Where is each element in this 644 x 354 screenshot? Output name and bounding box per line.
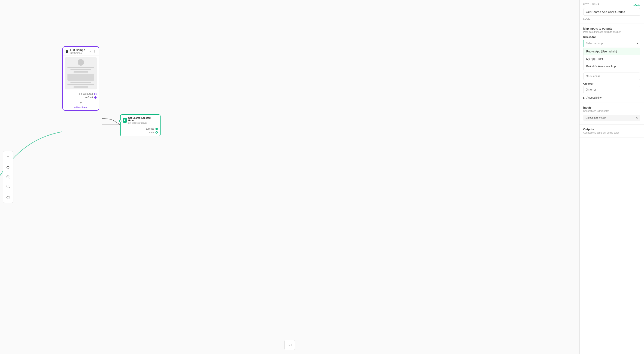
on-start-dot[interactable] xyxy=(94,96,96,99)
zoom-out-button[interactable] xyxy=(4,182,12,190)
svg-rect-9 xyxy=(288,344,291,346)
api-success-label: success xyxy=(146,128,154,130)
list-compo-node: 📱 List Compo List Compo ↗ ⋮ xyxy=(62,46,99,111)
api-success-port: success xyxy=(123,128,158,130)
canvas-area: + xyxy=(0,0,579,354)
mock-card-1 xyxy=(68,74,94,81)
select-app-wrapper: Select an app... Ruby's App (User admin)… xyxy=(583,40,640,47)
node-header-right: ↗ ⋮ xyxy=(88,50,96,54)
zoom-in-button[interactable] xyxy=(4,173,12,181)
on-success-input[interactable] xyxy=(583,72,640,80)
dropdown-option-kalindu[interactable]: Kalindu's Awesome App xyxy=(584,62,640,70)
phone-icon: 📱 xyxy=(65,50,68,53)
keyboard-button[interactable] xyxy=(286,341,293,349)
inputs-desc: Connections to this patch xyxy=(583,110,640,112)
expand-arrow-btn[interactable]: ∨ xyxy=(80,102,82,105)
refresh-button[interactable] xyxy=(4,194,12,201)
outputs-section: Outputs Connections going out of this pa… xyxy=(580,124,644,138)
node-menu-button[interactable]: ⋮ xyxy=(93,50,96,54)
accessibility-arrow-icon: ▶ xyxy=(583,96,585,99)
api-error-label: error xyxy=(149,131,154,134)
api-node-header: P Get Shared App User Grou... get child … xyxy=(120,115,160,126)
on-patch-load-label: onPatchLoad xyxy=(79,93,93,95)
on-start-label: onStart xyxy=(86,96,93,99)
patch-name-section: Patch Name +Data LOGIC xyxy=(580,0,644,24)
input-tag-list-compo: List Compo / view ✕ xyxy=(583,114,640,121)
on-patch-load-dot[interactable] xyxy=(94,93,96,95)
divider-2 xyxy=(4,192,12,192)
input-tag-label: List Compo / view xyxy=(586,116,606,119)
api-node: P Get Shared App User Grou... get child … xyxy=(120,114,160,136)
select-app-dropdown[interactable]: Select an app... Ruby's App (User admin)… xyxy=(583,40,640,47)
node-header-left: 📱 List Compo List Compo xyxy=(65,48,85,54)
search-button[interactable] xyxy=(4,164,12,172)
mock-avatar xyxy=(78,59,84,66)
svg-line-3 xyxy=(9,178,10,178)
api-error-port: error xyxy=(123,131,158,134)
api-success-dot[interactable] xyxy=(156,128,158,130)
dropdown-option-myapp[interactable]: My App - Test xyxy=(584,55,640,62)
api-subtitle: get child user groups xyxy=(128,122,154,124)
accessibility-label: Accessibility xyxy=(586,96,602,99)
map-inputs-desc: Pass data from one patch to another xyxy=(583,31,640,33)
api-error-dot[interactable] xyxy=(156,131,158,134)
map-inputs-heading: Map inputs to outputs xyxy=(583,27,640,30)
input-tag-close-button[interactable]: ✕ xyxy=(636,116,638,120)
on-patch-load-row: onPatchLoad xyxy=(65,93,96,95)
right-panel: Patch Name +Data LOGIC Map inputs to out… xyxy=(579,0,644,354)
accessibility-row[interactable]: ▶ Accessibility xyxy=(583,96,640,99)
mock-line-5 xyxy=(68,84,94,85)
bottom-toolbar xyxy=(284,340,295,350)
patch-name-label: Patch Name xyxy=(583,3,599,6)
patch-name-input[interactable] xyxy=(583,8,640,16)
divider-1 xyxy=(4,162,12,162)
svg-point-0 xyxy=(7,166,9,169)
patch-name-title-row: Patch Name +Data xyxy=(583,3,640,7)
outputs-title: Outputs xyxy=(583,128,640,131)
mock-line-2 xyxy=(70,69,91,70)
on-error-label: On error xyxy=(583,82,640,85)
node-expand-btn: ∨ xyxy=(63,101,99,105)
mock-line-4 xyxy=(70,82,91,83)
api-icon: P xyxy=(123,118,127,123)
api-menu-button[interactable]: ⋮ xyxy=(154,118,158,122)
api-title: Get Shared App User Grou... xyxy=(128,117,154,122)
svg-line-1 xyxy=(9,168,10,169)
node-expand-icon[interactable]: ↗ xyxy=(88,50,92,54)
mock-line-1 xyxy=(68,67,94,68)
data-link[interactable]: +Data xyxy=(633,4,640,7)
api-input-port[interactable] xyxy=(119,120,122,122)
inputs-section: Inputs Connections to this patch List Co… xyxy=(580,103,644,124)
dropdown-option-ruby[interactable]: Ruby's App (User admin) xyxy=(584,48,640,55)
select-app-label: Select App xyxy=(583,36,640,38)
api-node-left: P Get Shared App User Grou... get child … xyxy=(123,117,154,124)
inputs-title: Inputs xyxy=(583,106,640,109)
api-node-body: success error xyxy=(120,126,160,136)
on-error-input[interactable] xyxy=(583,86,640,93)
logic-label: LOGIC xyxy=(583,18,590,20)
api-node-titles: Get Shared App User Grou... get child us… xyxy=(128,117,154,124)
on-start-row: onStart xyxy=(65,96,96,99)
node-titles: List Compo List Compo xyxy=(70,48,85,54)
phone-mockup xyxy=(65,57,97,90)
mock-line-3 xyxy=(74,72,88,72)
add-button[interactable]: + xyxy=(4,153,12,160)
svg-line-7 xyxy=(9,187,10,188)
left-toolbar: + xyxy=(3,151,14,203)
node-header: 📱 List Compo List Compo ↗ ⋮ xyxy=(63,47,99,56)
map-inputs-section: Map inputs to outputs Pass data from one… xyxy=(580,24,644,103)
dropdown-options-list: Ruby's App (User admin) My App - Test Ka… xyxy=(583,48,640,70)
outputs-desc: Connections going out of this patch xyxy=(583,132,640,134)
node-title: List Compo xyxy=(70,48,85,52)
node-events: onPatchLoad onStart xyxy=(63,91,99,101)
node-subtitle: List Compo xyxy=(70,52,85,54)
new-event-button[interactable]: + New Event xyxy=(63,105,99,110)
mock-line-6 xyxy=(74,86,88,88)
